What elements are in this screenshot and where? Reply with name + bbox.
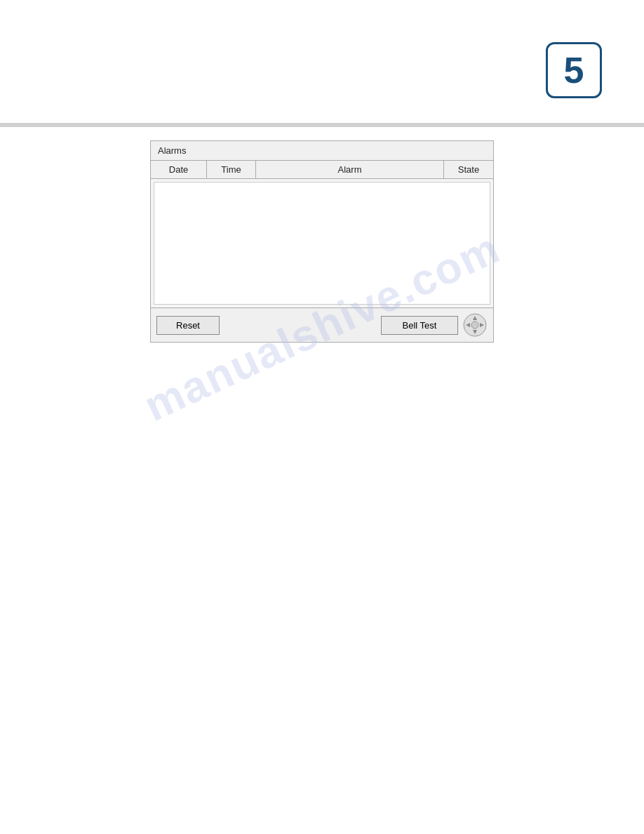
alarms-button-bar: Reset Bell Test — [151, 307, 493, 342]
alarms-panel: Alarms Date Time Alarm State Reset Bell … — [150, 140, 494, 343]
bell-test-button[interactable]: Bell Test — [381, 316, 458, 335]
page-number: 5 — [564, 52, 584, 88]
alarms-title: Alarms — [158, 145, 186, 156]
reset-button[interactable]: Reset — [156, 316, 220, 335]
col-header-state: State — [444, 161, 493, 178]
header-divider — [0, 123, 644, 127]
main-content: Alarms Date Time Alarm State Reset Bell … — [0, 140, 644, 343]
alarms-table-body — [154, 182, 490, 305]
alarms-title-bar: Alarms — [151, 141, 493, 161]
page-badge: 5 — [546, 42, 602, 98]
alarms-table-header: Date Time Alarm State — [151, 161, 493, 179]
svg-point-5 — [471, 322, 478, 329]
col-header-time: Time — [207, 161, 256, 178]
col-header-alarm: Alarm — [256, 161, 444, 178]
col-header-date: Date — [151, 161, 207, 178]
navigation-icon[interactable] — [462, 312, 488, 338]
